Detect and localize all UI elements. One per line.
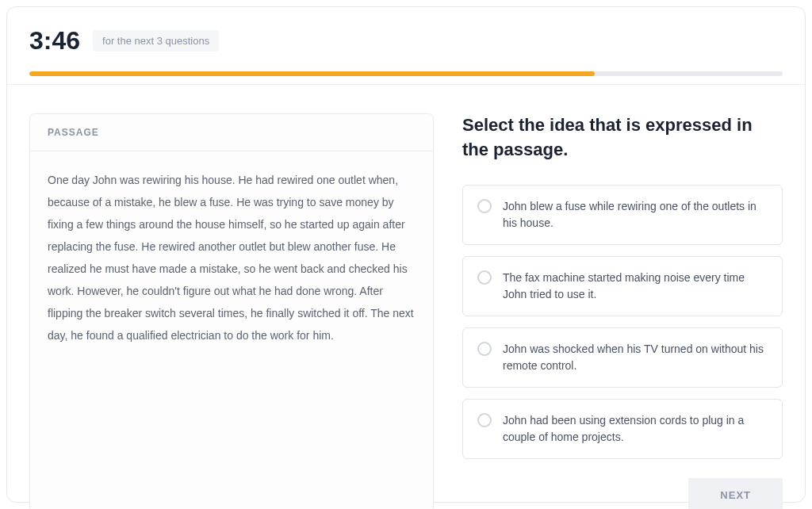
- passage-body: One day John was rewiring his house. He …: [30, 151, 433, 437]
- option-text: John had been using extension cords to p…: [503, 412, 768, 446]
- passage-text: One day John was rewiring his house. He …: [48, 169, 416, 346]
- progress-bar: [29, 71, 783, 76]
- option-text: The fax machine started making noise eve…: [503, 270, 768, 303]
- option-text: John blew a fuse while rewiring one of t…: [503, 198, 768, 232]
- timer-value: 3:46: [29, 26, 80, 55]
- quiz-container: 3:46 for the next 3 questions PASSAGE On…: [6, 6, 806, 503]
- option-text: John was shocked when his TV turned on w…: [503, 341, 768, 374]
- header: 3:46 for the next 3 questions: [29, 26, 783, 55]
- option-3[interactable]: John had been using extension cords to p…: [462, 399, 783, 459]
- next-button[interactable]: NEXT: [688, 478, 783, 509]
- passage-label: PASSAGE: [48, 127, 416, 138]
- radio-icon: [477, 270, 492, 285]
- radio-icon: [477, 413, 492, 427]
- radio-icon: [477, 342, 492, 356]
- question-panel: Select the idea that is expressed in the…: [462, 113, 783, 509]
- option-0[interactable]: John blew a fuse while rewiring one of t…: [462, 185, 783, 245]
- progress-fill: [29, 71, 595, 76]
- question-title: Select the idea that is expressed in the…: [462, 113, 783, 163]
- divider: [7, 84, 805, 85]
- passage-header: PASSAGE: [30, 114, 433, 151]
- radio-icon: [477, 199, 492, 213]
- passage-panel: PASSAGE One day John was rewiring his ho…: [29, 113, 434, 509]
- option-1[interactable]: The fax machine started making noise eve…: [462, 256, 783, 316]
- footer: NEXT: [462, 459, 783, 509]
- option-2[interactable]: John was shocked when his TV turned on w…: [462, 327, 783, 388]
- timer-label: for the next 3 questions: [93, 30, 219, 52]
- content: PASSAGE One day John was rewiring his ho…: [29, 113, 783, 509]
- options-list: John blew a fuse while rewiring one of t…: [462, 185, 783, 459]
